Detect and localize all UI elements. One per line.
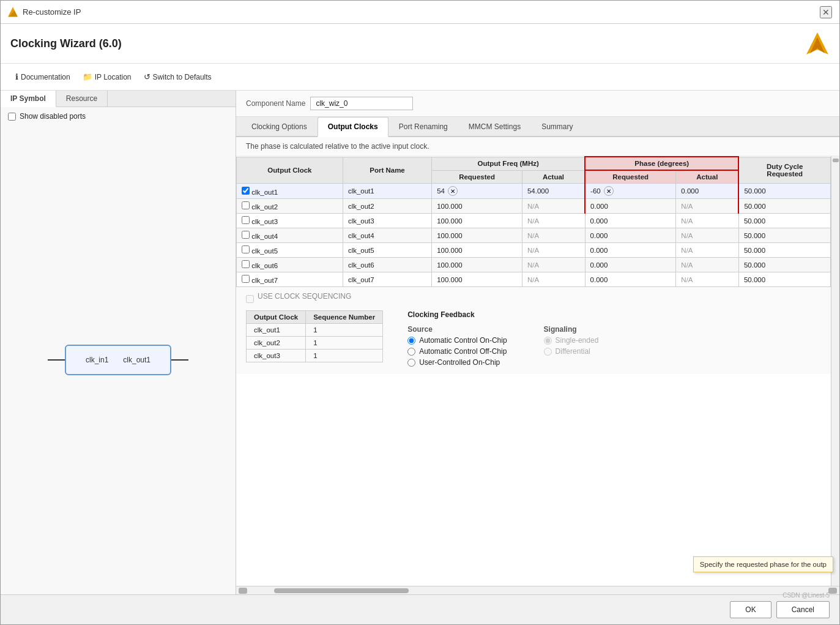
source-radio-1[interactable] (407, 337, 415, 345)
table-row: clk_out7 clk_out7 100.000 N/A 0.000 N/A … (237, 272, 831, 287)
th-phase-requested: Requested (585, 170, 676, 184)
close-button[interactable]: ✕ (820, 6, 832, 18)
info-icon: ℹ (15, 72, 18, 81)
app-icon (8, 7, 18, 17)
show-disabled-label: Show disabled ports (20, 112, 86, 121)
row7-checkbox[interactable] (242, 275, 250, 283)
row5-freq-actual: N/A (522, 243, 585, 258)
source-col: Source Automatic Control On-Chip (407, 325, 507, 369)
row2-port: clk_out2 (343, 199, 431, 214)
row7-freq-req: 100.000 (432, 272, 522, 287)
documentation-button[interactable]: ℹ Documentation (10, 70, 75, 84)
signaling-label-2: Differential (556, 347, 590, 356)
row2-duty: 50.000 (738, 199, 830, 214)
source-label-3: User-Controlled On-Chip (419, 358, 500, 367)
signaling-title: Signaling (544, 325, 599, 334)
ip-symbol-canvas: clk_in1 clk_out1 (1, 125, 236, 594)
source-radio-2[interactable] (407, 348, 415, 356)
tab-output-clocks[interactable]: Output Clocks (318, 117, 388, 137)
switch-defaults-label: Switch to Defaults (153, 73, 212, 81)
table-wrapper[interactable]: Output Clock Port Name Output Freq (MHz)… (236, 156, 831, 586)
toolbar: ℹ Documentation 📁 IP Location ↺ Switch t… (1, 64, 839, 91)
row7-duty: 50.000 (738, 272, 830, 287)
clock-sequencing-label: USE CLOCK SEQUENCING (258, 292, 351, 301)
hscroll-left[interactable] (239, 588, 247, 594)
feedback-section: Clocking Feedback Source Automatic Contr… (407, 310, 598, 369)
component-name-label: Component Name (246, 99, 305, 108)
left-tabs: IP Symbol Resource (1, 91, 236, 107)
hscroll-thumb[interactable] (274, 588, 409, 593)
table-row: clk_out4 clk_out4 100.000 N/A 0.000 N/A … (237, 228, 831, 243)
table-row: clk_out1 clk_out1 54 ✕ 54.000 (237, 184, 831, 199)
row7-port: clk_out7 (343, 272, 431, 287)
source-option-2: Automatic Control Off-Chip (407, 347, 507, 356)
row4-phase-req: 0.000 (585, 228, 676, 243)
row6-freq-req: 100.000 (432, 258, 522, 272)
row1-phase-actual: 0.000 (676, 184, 739, 199)
source-label-1: Automatic Control On-Chip (419, 336, 507, 345)
row4-port: clk_out4 (343, 228, 431, 243)
row1-phase-clear[interactable]: ✕ (604, 186, 614, 196)
signaling-radio-2[interactable] (544, 348, 552, 356)
th-duty-cycle: Duty CycleRequested (738, 157, 830, 184)
vertical-scrollbar[interactable] (831, 156, 839, 586)
vscroll-thumb[interactable] (833, 159, 839, 162)
row3-phase-actual: N/A (676, 214, 739, 228)
row6-duty: 50.000 (738, 258, 830, 272)
tab-clocking-options[interactable]: Clocking Options (241, 117, 318, 137)
signaling-option-1: Single-ended (544, 336, 599, 345)
table-scroll-area: Output Clock Port Name Output Freq (MHz)… (236, 156, 839, 586)
tab-resource[interactable]: Resource (56, 91, 108, 107)
show-disabled-checkbox[interactable] (8, 113, 16, 121)
horizontal-scrollbar[interactable] (236, 586, 839, 594)
row5-phase-req: 0.000 (585, 243, 676, 258)
row7-freq-actual: N/A (522, 272, 585, 287)
row1-freq-clear[interactable]: ✕ (448, 186, 458, 196)
row1-check-cell: clk_out1 (237, 184, 343, 199)
clock-sequencing-checkbox[interactable] (246, 295, 254, 303)
row3-freq-actual: N/A (522, 214, 585, 228)
cancel-button[interactable]: Cancel (776, 601, 830, 618)
tab-ip-symbol[interactable]: IP Symbol (1, 91, 56, 107)
row4-checkbox[interactable] (242, 231, 250, 239)
row7-check-cell: clk_out7 (237, 272, 343, 287)
component-name-bar: Component Name (236, 91, 839, 117)
tab-mmcm-settings[interactable]: MMCM Settings (458, 117, 531, 137)
tab-summary[interactable]: Summary (531, 117, 583, 137)
row6-check-cell: clk_out6 (237, 258, 343, 272)
port-line-left (48, 359, 65, 361)
row2-checkbox[interactable] (242, 201, 250, 209)
row5-checkbox[interactable] (242, 245, 250, 253)
row2-check-cell: clk_out2 (237, 199, 343, 214)
port-out-label: clk_out1 (123, 356, 151, 364)
tab-port-renaming[interactable]: Port Renaming (388, 117, 458, 137)
component-name-input[interactable] (310, 97, 413, 110)
row1-port: clk_out1 (343, 184, 431, 199)
documentation-label: Documentation (21, 73, 70, 81)
row1-checkbox[interactable] (242, 187, 250, 195)
row2-freq-req: 100.000 (432, 199, 522, 214)
seq-clock-1: clk_out1 (247, 324, 306, 337)
seq-num-1: 1 (306, 324, 383, 337)
ok-button[interactable]: OK (730, 601, 771, 618)
window-title: Re-customize IP (23, 7, 81, 17)
row6-checkbox[interactable] (242, 260, 250, 268)
hscroll-right[interactable] (828, 588, 837, 594)
main-title: Clocking Wizard (6.0) (10, 37, 122, 50)
row3-checkbox[interactable] (242, 216, 250, 224)
switch-defaults-button[interactable]: ↺ Switch to Defaults (139, 70, 217, 84)
row3-duty: 50.000 (738, 214, 830, 228)
right-panel: Component Name Clocking Options Output C… (236, 91, 839, 594)
row4-duty: 50.000 (738, 228, 830, 243)
seq-th-seq: Sequence Number (306, 311, 383, 324)
left-panel: IP Symbol Resource Show disabled ports c… (1, 91, 236, 594)
row3-phase-req: 0.000 (585, 214, 676, 228)
signaling-radio-1[interactable] (544, 337, 552, 345)
ip-location-button[interactable]: 📁 IP Location (78, 70, 136, 84)
row2-freq-actual: N/A (522, 199, 585, 214)
source-label-2: Automatic Control Off-Chip (419, 347, 507, 356)
source-radio-3[interactable] (407, 359, 415, 367)
watermark: CSDN @Linest-5 (782, 592, 830, 599)
tab-note: The phase is calculated relative to the … (236, 137, 839, 156)
table-row: clk_out2 clk_out2 100.000 N/A 0.000 N/A … (237, 199, 831, 214)
